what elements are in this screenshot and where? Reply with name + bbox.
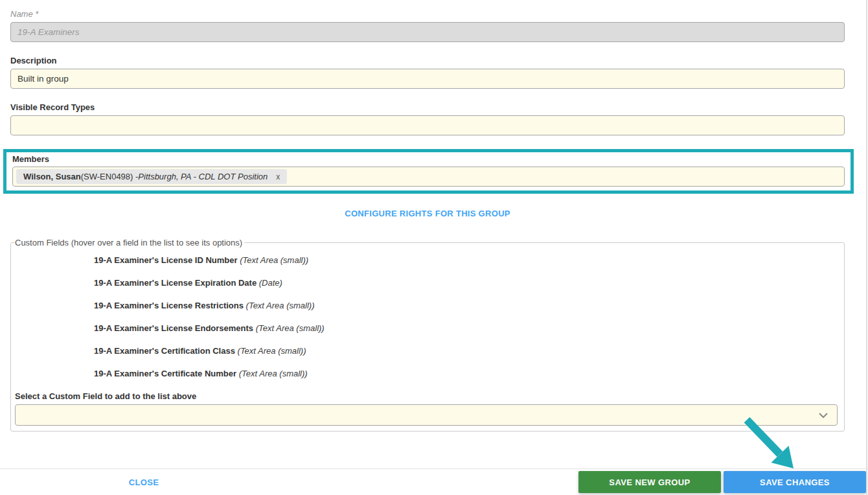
description-label: Description: [10, 56, 845, 65]
custom-fields-list: 19-A Examiner's License ID Number (Text …: [15, 250, 838, 378]
member-chip: Wilson, Susan (SW-EN0498) - Pittsburgh, …: [16, 169, 287, 184]
visible-record-types-input[interactable]: [10, 115, 845, 135]
name-field-group: Name *: [10, 9, 845, 42]
dialog-right-edge: [866, 0, 867, 495]
custom-field-item[interactable]: 19-A Examiner's Certificate Number (Text…: [94, 369, 838, 378]
close-button[interactable]: CLOSE: [123, 478, 165, 487]
description-input[interactable]: [10, 69, 845, 89]
member-chip-name: Wilson, Susan: [23, 172, 81, 181]
custom-field-select[interactable]: [15, 404, 838, 426]
members-highlight-box: Members Wilson, Susan (SW-EN0498) - Pitt…: [3, 149, 854, 194]
remove-member-icon[interactable]: x: [276, 172, 280, 181]
save-changes-button[interactable]: SAVE CHANGES: [724, 471, 866, 493]
add-custom-field-label: Select a Custom Field to add to the list…: [15, 391, 838, 401]
name-input: [10, 22, 845, 42]
members-label: Members: [12, 154, 845, 164]
visible-record-types-label: Visible Record Types: [10, 102, 845, 112]
member-chip-detail: Pittsburgh, PA - CDL DOT Position: [138, 172, 268, 181]
custom-fields-fieldset: Custom Fields (hover over a field in the…: [10, 238, 845, 432]
chevron-down-icon: [819, 412, 828, 418]
custom-fields-legend: Custom Fields (hover over a field in the…: [15, 238, 244, 248]
custom-field-item[interactable]: 19-A Examiner's License ID Number (Text …: [94, 255, 838, 265]
custom-field-item[interactable]: 19-A Examiner's License Endorsements (Te…: [94, 323, 838, 333]
configure-rights-row: CONFIGURE RIGHTS FOR THIS GROUP: [10, 207, 845, 219]
custom-field-item[interactable]: 19-A Examiner's License Expiration Date …: [94, 278, 838, 288]
members-input[interactable]: Wilson, Susan (SW-EN0498) - Pittsburgh, …: [12, 167, 845, 187]
configure-rights-link[interactable]: CONFIGURE RIGHTS FOR THIS GROUP: [345, 209, 510, 218]
description-field-group: Description: [10, 56, 845, 89]
group-edit-form: Name * Description Visible Record Types …: [0, 0, 868, 432]
save-new-group-button[interactable]: SAVE NEW GROUP: [578, 471, 721, 493]
visible-record-types-field-group: Visible Record Types: [10, 102, 845, 135]
custom-field-item[interactable]: 19-A Examiner's Certification Class (Tex…: [94, 346, 838, 356]
name-label: Name *: [10, 9, 845, 19]
custom-field-item[interactable]: 19-A Examiner's License Restrictions (Te…: [94, 301, 838, 310]
dialog-footer: CLOSE SAVE NEW GROUP SAVE CHANGES: [0, 468, 868, 495]
member-chip-id: (SW-EN0498) -: [81, 172, 139, 181]
